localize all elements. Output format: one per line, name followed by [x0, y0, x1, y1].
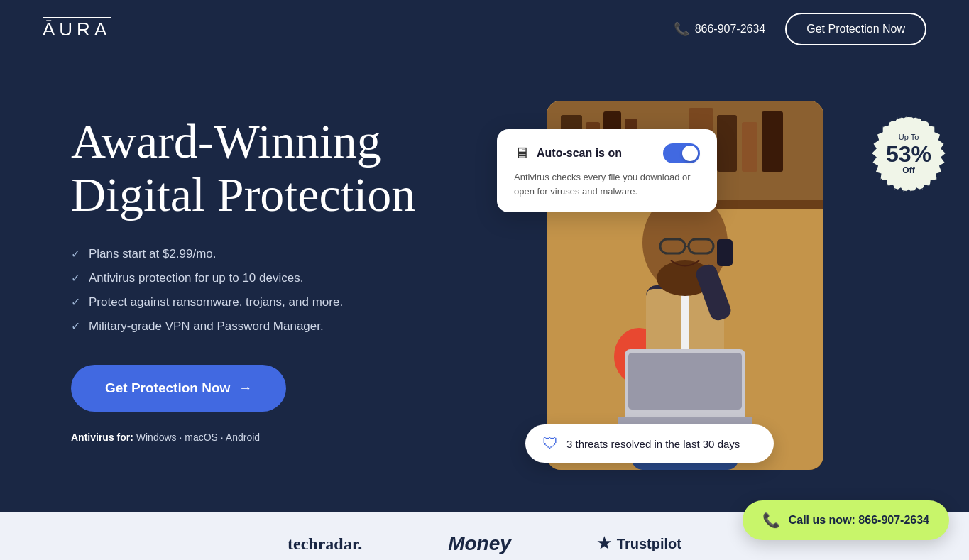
floating-call-label: Call us now: 866-907-2634 [789, 514, 929, 527]
discount-off: Off [902, 165, 914, 175]
antivirus-platforms-text: Antivirus for: Windows · macOS · Android [71, 432, 483, 443]
hero-title: Award-Winning Digital Protection [71, 115, 483, 221]
feature-text-1: Plans start at $2.99/mo. [89, 247, 217, 261]
threats-desc-text: threats resolved in the last 30 days [576, 438, 740, 450]
nav-right: 📞 866-907-2634 Get Protection Now [674, 13, 926, 45]
hero-right: 🖥 Auto-scan is on Antivirus checks every… [511, 101, 926, 484]
divider-1 [405, 529, 405, 558]
feature-item-2: ✓ Antivirus protection for up to 10 devi… [71, 271, 483, 285]
phone-link[interactable]: 📞 866-907-2634 [674, 21, 766, 37]
trustpilot-label: Trustpilot [617, 536, 681, 552]
hero-title-line1: Award-Winning [71, 114, 381, 168]
feature-item-4: ✓ Military-grade VPN and Password Manage… [71, 319, 483, 334]
svg-rect-9 [762, 111, 783, 172]
discount-up-to: Up To [899, 133, 919, 141]
hero-title-line2: Digital Protection [71, 168, 415, 221]
shield-icon: 🛡 [542, 434, 558, 453]
autoscan-header: 🖥 Auto-scan is on [514, 143, 700, 163]
autoscan-description: Antivirus checks every file you download… [514, 170, 700, 198]
autoscan-title: Auto-scan is on [537, 147, 622, 160]
antivirus-platforms: Windows · macOS · Android [136, 432, 260, 443]
trustpilot-brand: ★ Trustpilot [597, 534, 681, 553]
money-brand: Money [448, 532, 511, 555]
threats-count: 3 [566, 438, 572, 450]
monitor-icon: 🖥 [514, 144, 530, 163]
feature-item-3: ✓ Protect against ransomware, trojans, a… [71, 295, 483, 309]
antivirus-label: Antivirus for: [71, 432, 133, 443]
discount-badge: Up To 53% Off [870, 115, 948, 193]
discount-percent: 53% [886, 143, 931, 165]
logo-text: ĀURA [43, 18, 111, 40]
techradar-brand: techradar. [288, 534, 362, 554]
hero-cta-button[interactable]: Get Protection Now → [71, 365, 286, 412]
check-icon-2: ✓ [71, 271, 80, 285]
hero-section: Award-Winning Digital Protection ✓ Plans… [0, 58, 969, 512]
phone-number: 866-907-2634 [695, 23, 766, 35]
autoscan-card: 🖥 Auto-scan is on Antivirus checks every… [497, 129, 717, 212]
svg-rect-26 [628, 353, 742, 410]
hero-cta-label: Get Protection Now [105, 380, 230, 396]
nav-cta-button[interactable]: Get Protection Now [785, 13, 926, 45]
threats-card: 🛡 3 threats resolved in the last 30 days [525, 424, 774, 463]
floating-call-button[interactable]: 📞 Call us now: 866-907-2634 [743, 500, 949, 540]
svg-rect-24 [717, 239, 733, 266]
threats-text: 3 threats resolved in the last 30 days [566, 438, 740, 450]
svg-rect-7 [717, 115, 737, 172]
svg-rect-8 [742, 122, 757, 172]
feature-item-1: ✓ Plans start at $2.99/mo. [71, 247, 483, 261]
check-icon-3: ✓ [71, 295, 80, 309]
star-icon: ★ [597, 534, 611, 553]
logo: ĀURA [43, 18, 111, 40]
hero-features-list: ✓ Plans start at $2.99/mo. ✓ Antivirus p… [71, 247, 483, 334]
hero-left: Award-Winning Digital Protection ✓ Plans… [71, 101, 483, 443]
check-icon-4: ✓ [71, 319, 80, 333]
call-icon: 📞 [762, 512, 780, 529]
divider-2 [554, 529, 554, 558]
feature-text-3: Protect against ransomware, trojans, and… [89, 295, 343, 309]
autoscan-toggle[interactable] [663, 143, 700, 163]
autoscan-left: 🖥 Auto-scan is on [514, 144, 622, 163]
phone-icon: 📞 [674, 21, 689, 37]
check-icon-1: ✓ [71, 247, 80, 260]
feature-text-4: Military-grade VPN and Password Manager. [89, 319, 324, 334]
hero-cta-arrow: → [239, 380, 252, 396]
navbar: ĀURA 📞 866-907-2634 Get Protection Now [0, 0, 969, 58]
feature-text-2: Antivirus protection for up to 10 device… [89, 271, 303, 285]
